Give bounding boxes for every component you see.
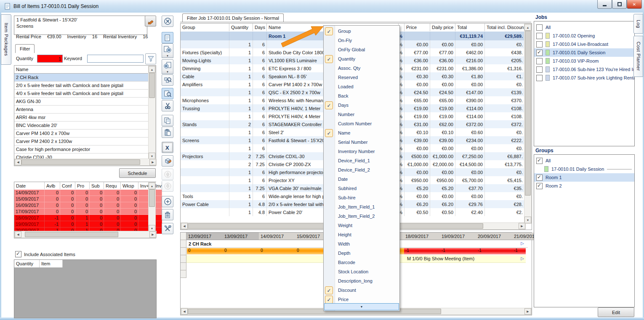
document-button[interactable] (162, 32, 173, 43)
edit-item-button[interactable] (162, 155, 173, 167)
availability-col-header[interactable]: Avlb (45, 182, 60, 189)
menu-item[interactable]: Width (324, 239, 399, 249)
list-item[interactable]: Antenna (14, 106, 148, 114)
list-item[interactable]: 2 CH Rack (14, 74, 148, 82)
associated-col-item[interactable]: Item (40, 260, 63, 267)
menu-item[interactable]: Number (324, 110, 399, 119)
checkbox[interactable] (536, 24, 543, 31)
availability-row[interactable]: 17/09/20170000000 (14, 209, 148, 215)
tab-log[interactable]: Log (633, 14, 643, 34)
cancel-button[interactable] (162, 16, 173, 27)
availability-col-header[interactable]: Date (14, 182, 45, 189)
checkbox-checked[interactable] (536, 50, 543, 56)
bill-vscrollbar[interactable]: ▲ ▼ (524, 24, 532, 224)
menu-item[interactable]: Subhired (324, 184, 399, 193)
list-item[interactable]: 2/0 x 5-wire feeder tail with Camlock an… (14, 82, 148, 90)
scroll-left-icon[interactable]: ◀ (15, 159, 21, 165)
menu-item[interactable]: Back (324, 91, 399, 100)
play-arrow-icon[interactable]: ▷ (521, 256, 524, 261)
search-items-button[interactable] (162, 74, 173, 86)
menu-item[interactable]: On-Fly (324, 36, 399, 45)
menu-item[interactable]: ✓Days (324, 100, 399, 110)
timeline-bar[interactable]: 0 (223, 248, 259, 254)
delete-selection-button[interactable]: X (162, 142, 173, 153)
menu-checkbox-checked[interactable]: ✓ (325, 129, 333, 137)
menu-item[interactable]: ✓Name (324, 128, 399, 138)
timeline-date-header[interactable]: 18/09/2017 (404, 233, 442, 240)
menu-item[interactable]: Loaded (324, 82, 399, 91)
availability-row[interactable]: 14/09/20170000000 (14, 190, 148, 196)
scroll-left-icon[interactable]: ◀ (181, 223, 188, 229)
menu-item[interactable]: Stock Location (324, 267, 399, 276)
send-right-button[interactable] (162, 43, 173, 55)
menu-item[interactable]: OnFly Global (324, 45, 399, 54)
timeline-date-header[interactable]: 20/09/2017 (476, 233, 514, 240)
bill-col-header[interactable]: Daily price (430, 24, 455, 31)
availability-col-header[interactable]: Pro (75, 182, 90, 189)
checkbox[interactable] (536, 41, 543, 48)
checkbox-checked[interactable] (536, 158, 543, 164)
bill-col-header[interactable]: Quantity (229, 24, 253, 31)
scroll-up-icon[interactable]: ▲ (149, 66, 155, 73)
timeline-date-header[interactable]: 13/09/2017 (223, 233, 261, 240)
menu-item[interactable]: Custom Number (324, 119, 399, 128)
tools-button[interactable] (162, 223, 173, 234)
list-item[interactable]: AKG GN-30 (14, 98, 148, 106)
availability-row[interactable]: 19/09/2017-1010000 (14, 221, 148, 227)
maximize-button[interactable] (612, 0, 627, 9)
add-button[interactable] (162, 196, 173, 207)
availability-hscrollbar[interactable]: ◀ ▶ (14, 231, 157, 238)
menu-item[interactable]: Device_Field_2 (324, 165, 399, 175)
delete-button[interactable] (162, 209, 173, 220)
menu-item[interactable]: Date (324, 175, 399, 184)
copy-button[interactable] (162, 115, 173, 126)
menu-item[interactable]: Device_Field_1 (324, 156, 399, 165)
menu-item[interactable]: Depth (324, 249, 399, 258)
availability-col-header[interactable]: Conf (60, 182, 75, 189)
move-up-button[interactable] (162, 169, 173, 180)
bill-col-header[interactable]: Group (181, 24, 229, 31)
tab-item-packages[interactable]: Item Packages (1, 14, 11, 65)
timeline-bar[interactable]: -1 (440, 248, 476, 254)
checkbox[interactable] (536, 75, 543, 81)
list-item[interactable]: Carver PM 1400 2 x 700w (14, 130, 148, 138)
group-row[interactable]: All (534, 156, 634, 165)
menu-checkbox-checked[interactable]: ✓ (325, 27, 333, 35)
paste-button[interactable] (162, 127, 173, 138)
tab-cost-planner[interactable]: Cost Planner (633, 36, 643, 77)
scroll-up-icon[interactable]: ▲ (524, 24, 531, 31)
menu-checkbox-checked[interactable]: ✓ (325, 286, 333, 294)
checkbox[interactable] (536, 58, 543, 64)
job-row[interactable]: 17-0010.01 Daily Session (534, 48, 634, 57)
job-row[interactable]: All (534, 23, 634, 32)
availability-col-header[interactable]: Requ (104, 182, 121, 189)
scroll-right-icon[interactable]: ▶ (149, 159, 156, 165)
group-row[interactable]: Room 1 (534, 173, 634, 182)
timeline-bar[interactable]: 0 (187, 248, 223, 254)
edit-item-button[interactable] (145, 16, 156, 26)
filter-button[interactable] (145, 53, 156, 64)
timeline-date-header[interactable]: 19/09/2017 (440, 233, 478, 240)
menu-item[interactable]: Height (324, 230, 399, 239)
dropdown-arrow-icon[interactable]: ▼ (162, 54, 173, 58)
quantity-input[interactable]: 1 (37, 55, 63, 63)
include-associated-checkbox[interactable] (15, 251, 21, 257)
group-row[interactable]: Room 2 (534, 182, 634, 190)
cut-button[interactable] (162, 100, 173, 111)
item-list-hscrollbar[interactable]: ◀ ▶ (14, 159, 157, 166)
group-row[interactable]: 17-0010.01 Daily Session (534, 165, 634, 173)
menu-item[interactable]: Sub-hire (324, 193, 399, 202)
timeline-bar[interactable]: -1 (513, 248, 526, 254)
scroll-right-icon[interactable]: ▶ (149, 231, 156, 238)
menu-checkbox-checked[interactable]: ✓ (325, 296, 333, 304)
list-item[interactable]: Carver PM 2400 2 x 1200w (14, 138, 148, 145)
availability-col-header[interactable]: Sub (90, 182, 104, 189)
scroll-up-icon[interactable]: ▲ (149, 182, 155, 189)
scroll-right-icon[interactable]: ▶ (524, 308, 531, 315)
checkbox-checked[interactable] (536, 183, 543, 189)
timeline-date-header[interactable]: 12/09/2017 (186, 233, 224, 240)
bill-col-header[interactable]: Total (455, 24, 485, 31)
item-list-vscrollbar[interactable]: ▲ ▼ (148, 66, 156, 160)
minimize-button[interactable] (597, 0, 612, 9)
tab-filter-job[interactable]: Filter Job 17-0010.01 Daily Session - No… (182, 13, 284, 22)
